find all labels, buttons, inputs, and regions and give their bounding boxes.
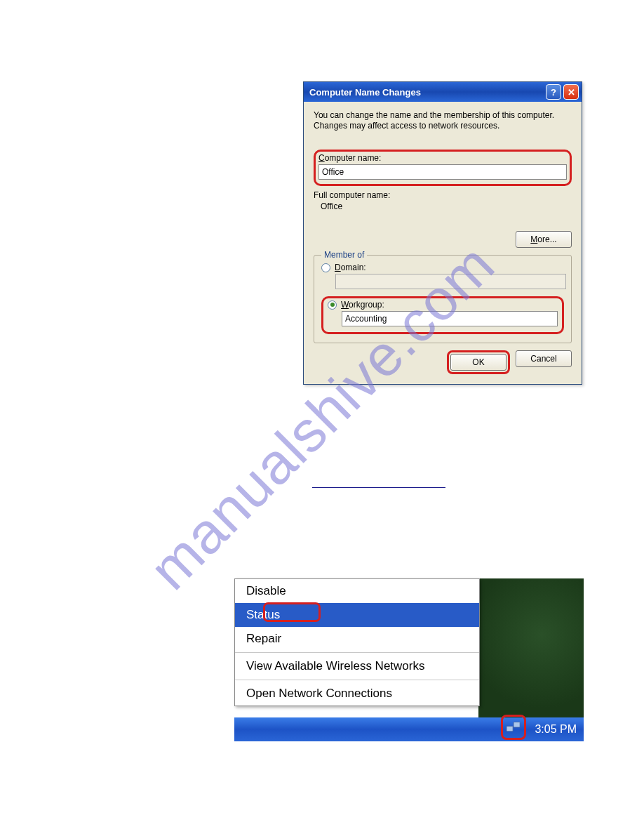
member-of-groupbox: Member of Domain: Workgroup: [314, 255, 572, 343]
cancel-button[interactable]: Cancel [516, 350, 572, 367]
taskbar: 3:05 PM [234, 717, 584, 741]
menu-item-repair[interactable]: Repair [235, 627, 479, 651]
full-computer-name-label: Full computer name: [314, 190, 572, 200]
computer-name-label: Computer name: [318, 153, 567, 163]
network-tray-icon[interactable] [503, 717, 524, 738]
menu-separator [235, 652, 479, 653]
workgroup-radio-row[interactable]: Workgroup: [328, 300, 558, 310]
computer-name-changes-dialog: Computer Name Changes ? ✕ You can change… [303, 81, 582, 385]
more-button[interactable]: More... [516, 231, 572, 248]
domain-radio[interactable] [321, 263, 330, 272]
svg-rect-0 [507, 726, 513, 732]
help-button[interactable]: ? [546, 84, 561, 100]
taskbar-clock: 3:05 PM [535, 723, 577, 736]
computer-name-highlight: Computer name: [314, 150, 572, 186]
dialog-description: You can change the name and the membersh… [314, 110, 572, 131]
tray-icon-highlight [501, 715, 526, 740]
dialog-title: Computer Name Changes [309, 87, 544, 98]
menu-separator [235, 680, 479, 680]
menu-item-status[interactable]: Status [235, 603, 479, 627]
dialog-titlebar: Computer Name Changes ? ✕ [304, 82, 582, 102]
workgroup-highlight: Workgroup: [321, 296, 564, 334]
domain-label: Domain: [335, 263, 366, 272]
workgroup-input[interactable] [342, 311, 558, 326]
full-computer-name-value: Office [314, 201, 572, 211]
network-context-menu: Disable Status Repair View Available Wir… [234, 578, 480, 706]
tray-screenshot: Disable Status Repair View Available Wir… [234, 578, 584, 741]
domain-radio-row[interactable]: Domain: [321, 263, 564, 272]
full-computer-name-block: Full computer name: Office [314, 190, 572, 211]
close-button[interactable]: ✕ [563, 84, 579, 100]
computer-name-input[interactable] [318, 164, 567, 180]
ok-highlight: OK [447, 350, 510, 374]
workgroup-label: Workgroup: [341, 300, 384, 310]
menu-item-open-connections[interactable]: Open Network Connections [235, 682, 479, 706]
dialog-body: You can change the name and the membersh… [304, 102, 582, 384]
desktop-background [478, 578, 584, 719]
workgroup-radio[interactable] [328, 300, 337, 310]
ok-button[interactable]: OK [450, 354, 507, 371]
member-of-label: Member of [321, 250, 367, 260]
menu-item-wireless[interactable]: View Available Wireless Networks [235, 654, 479, 678]
menu-item-disable[interactable]: Disable [235, 579, 479, 603]
svg-rect-1 [514, 722, 520, 728]
domain-input[interactable] [335, 274, 566, 289]
separator-line [312, 487, 445, 488]
dialog-button-row: OK Cancel [314, 350, 572, 374]
